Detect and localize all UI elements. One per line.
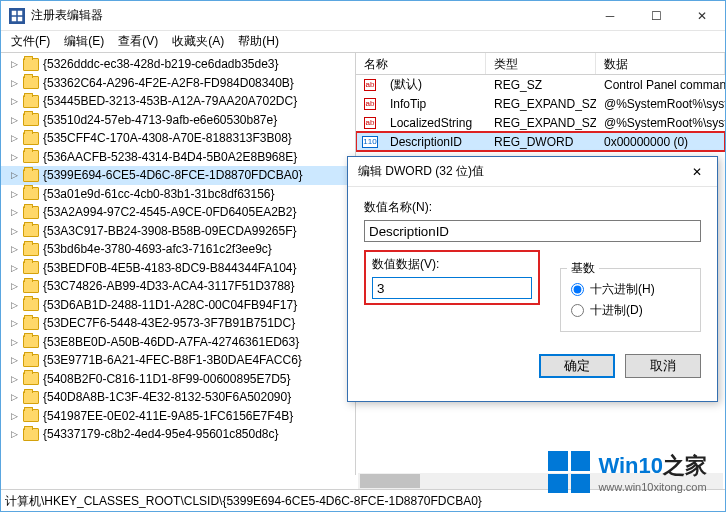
col-data[interactable]: 数据 bbox=[596, 53, 725, 74]
ok-button[interactable]: 确定 bbox=[539, 354, 615, 378]
expander-icon[interactable]: ▷ bbox=[11, 170, 21, 180]
tree-item[interactable]: ▷{53362C64-A296-4F2E-A2F8-FD984D08340B} bbox=[1, 74, 355, 93]
dialog-title: 编辑 DWORD (32 位)值 bbox=[358, 163, 677, 180]
tree-item[interactable]: ▷{53445BED-3213-453B-A12A-79AA20A702DC} bbox=[1, 92, 355, 111]
tree-item[interactable]: ▷{53a01e9d-61cc-4cb0-83b1-31bc8df63156} bbox=[1, 185, 355, 204]
watermark: Win10之家 www.win10xitong.com bbox=[548, 451, 707, 493]
tree-item-label: {53BEDF0B-4E5B-4183-8DC9-B844344FA104} bbox=[43, 261, 297, 275]
menu-favorites[interactable]: 收藏夹(A) bbox=[166, 31, 230, 52]
expander-icon[interactable]: ▷ bbox=[11, 78, 21, 88]
list-header: 名称 类型 数据 bbox=[356, 53, 725, 75]
folder-icon bbox=[23, 169, 39, 182]
list-row[interactable]: abLocalizedStringREG_EXPAND_SZ@%SystemRo… bbox=[356, 113, 725, 132]
menu-edit[interactable]: 编辑(E) bbox=[58, 31, 110, 52]
expander-icon[interactable]: ▷ bbox=[11, 429, 21, 439]
window-title: 注册表编辑器 bbox=[31, 7, 587, 24]
expander-icon[interactable]: ▷ bbox=[11, 133, 21, 143]
tree-item[interactable]: ▷{536AACFB-5238-4314-B4D4-5B0A2E8B968E} bbox=[1, 148, 355, 167]
radio-hex[interactable]: 十六进制(H) bbox=[571, 281, 690, 298]
tree-item[interactable]: ▷{541987EE-0E02-411E-9A85-1FC6156E7F4B} bbox=[1, 407, 355, 426]
tree-item[interactable]: ▷{53C74826-AB99-4D33-ACA4-3117F51D3788} bbox=[1, 277, 355, 296]
folder-icon bbox=[23, 261, 39, 274]
watermark-url: www.win10xitong.com bbox=[598, 481, 707, 493]
tree-item-label: {5408B2F0-C816-11D1-8F99-00600895E7D5} bbox=[43, 372, 291, 386]
expander-icon[interactable]: ▷ bbox=[11, 59, 21, 69]
tree-item[interactable]: ▷{53D6AB1D-2488-11D1-A28C-00C04FB94F17} bbox=[1, 296, 355, 315]
tree-item[interactable]: ▷{5408B2F0-C816-11D1-8F99-00600895E7D5} bbox=[1, 370, 355, 389]
value-data: @%SystemRoot%\syster bbox=[596, 97, 725, 111]
tree-item-label: {53C74826-AB99-4D33-ACA4-3117F51D3788} bbox=[43, 279, 295, 293]
expander-icon[interactable]: ▷ bbox=[11, 281, 21, 291]
expander-icon[interactable]: ▷ bbox=[11, 96, 21, 106]
list-row[interactable]: ab(默认)REG_SZControl Panel command bbox=[356, 75, 725, 94]
value-type-icon: ab bbox=[362, 115, 378, 131]
radio-hex-input[interactable] bbox=[571, 283, 584, 296]
expander-icon[interactable]: ▷ bbox=[11, 392, 21, 402]
tree-item[interactable]: ▷{54337179-c8b2-4ed4-95e4-95601c850d8c} bbox=[1, 425, 355, 444]
tree-item-label: {53E9771B-6A21-4FEC-B8F1-3B0DAE4FACC6} bbox=[43, 353, 302, 367]
tree-item-label: {53D6AB1D-2488-11D1-A28C-00C04FB94F17} bbox=[43, 298, 297, 312]
tree-item[interactable]: ▷{53E9771B-6A21-4FEC-B8F1-3B0DAE4FACC6} bbox=[1, 351, 355, 370]
expander-icon[interactable]: ▷ bbox=[11, 207, 21, 217]
tree-item[interactable]: ▷{5399E694-6CE5-4D6C-8FCE-1D8870FDCBA0} bbox=[1, 166, 355, 185]
list-row[interactable]: abInfoTipREG_EXPAND_SZ@%SystemRoot%\syst… bbox=[356, 94, 725, 113]
expander-icon[interactable]: ▷ bbox=[11, 226, 21, 236]
folder-icon bbox=[23, 113, 39, 126]
expander-icon[interactable]: ▷ bbox=[11, 337, 21, 347]
folder-icon bbox=[23, 187, 39, 200]
expander-icon[interactable]: ▷ bbox=[11, 189, 21, 199]
expander-icon[interactable]: ▷ bbox=[11, 300, 21, 310]
folder-icon bbox=[23, 132, 39, 145]
minimize-button[interactable]: ─ bbox=[587, 1, 633, 31]
tree-item[interactable]: ▷{53BEDF0B-4E5B-4183-8DC9-B844344FA104} bbox=[1, 259, 355, 278]
folder-icon bbox=[23, 58, 39, 71]
tree-item-label: {540D8A8B-1C3F-4E32-8132-530F6A502090} bbox=[43, 390, 291, 404]
tree-item[interactable]: ▷{540D8A8B-1C3F-4E32-8132-530F6A502090} bbox=[1, 388, 355, 407]
tree-item[interactable]: ▷{53A2A994-97C2-4545-A9CE-0FD6405EA2B2} bbox=[1, 203, 355, 222]
menu-view[interactable]: 查看(V) bbox=[112, 31, 164, 52]
value-name: (默认) bbox=[382, 76, 486, 93]
name-field[interactable] bbox=[364, 220, 701, 242]
expander-icon[interactable]: ▷ bbox=[11, 355, 21, 365]
list-row[interactable]: 110DescriptionIDREG_DWORD0x00000000 (0) bbox=[356, 132, 725, 151]
expander-icon[interactable]: ▷ bbox=[11, 374, 21, 384]
radio-dec[interactable]: 十进制(D) bbox=[571, 302, 690, 319]
expander-icon[interactable]: ▷ bbox=[11, 263, 21, 273]
folder-icon bbox=[23, 150, 39, 163]
menu-file[interactable]: 文件(F) bbox=[5, 31, 56, 52]
value-data: @%SystemRoot%\syster bbox=[596, 116, 725, 130]
value-name: InfoTip bbox=[382, 97, 486, 111]
dialog-close-button[interactable]: ✕ bbox=[677, 157, 717, 187]
folder-icon bbox=[23, 280, 39, 293]
col-type[interactable]: 类型 bbox=[486, 53, 596, 74]
tree-item[interactable]: ▷{5326dddc-ec38-428d-b219-ce6dadb35de3} bbox=[1, 55, 355, 74]
col-name[interactable]: 名称 bbox=[356, 53, 486, 74]
expander-icon[interactable]: ▷ bbox=[11, 115, 21, 125]
tree-item[interactable]: ▷{53bd6b4e-3780-4693-afc3-7161c2f3ee9c} bbox=[1, 240, 355, 259]
expander-icon[interactable]: ▷ bbox=[11, 152, 21, 162]
registry-tree[interactable]: ▷{5326dddc-ec38-428d-b219-ce6dadb35de3}▷… bbox=[1, 53, 356, 475]
expander-icon[interactable]: ▷ bbox=[11, 244, 21, 254]
dialog-titlebar[interactable]: 编辑 DWORD (32 位)值 ✕ bbox=[348, 157, 717, 187]
expander-icon[interactable]: ▷ bbox=[11, 318, 21, 328]
tree-item[interactable]: ▷{53E8BE0D-A50B-46DD-A7FA-42746361ED63} bbox=[1, 333, 355, 352]
tree-item[interactable]: ▷{535CFF4C-170A-4308-A70E-8188313F3B08} bbox=[1, 129, 355, 148]
scrollbar-thumb[interactable] bbox=[360, 474, 420, 488]
cancel-button[interactable]: 取消 bbox=[625, 354, 701, 378]
value-name: DescriptionID bbox=[382, 135, 486, 149]
tree-item-label: {53E8BE0D-A50B-46DD-A7FA-42746361ED63} bbox=[43, 335, 299, 349]
value-type: REG_EXPAND_SZ bbox=[486, 97, 596, 111]
expander-icon[interactable]: ▷ bbox=[11, 411, 21, 421]
radio-dec-input[interactable] bbox=[571, 304, 584, 317]
tree-item[interactable]: ▷{53A3C917-BB24-3908-B58B-09ECDA99265F} bbox=[1, 222, 355, 241]
maximize-button[interactable]: ☐ bbox=[633, 1, 679, 31]
value-type: REG_SZ bbox=[486, 78, 596, 92]
menu-help[interactable]: 帮助(H) bbox=[232, 31, 285, 52]
titlebar: 注册表编辑器 ─ ☐ ✕ bbox=[1, 1, 725, 31]
value-data: Control Panel command bbox=[596, 78, 725, 92]
folder-icon bbox=[23, 224, 39, 237]
tree-item[interactable]: ▷{53510d24-57eb-4713-9afb-e6e60530b87e} bbox=[1, 111, 355, 130]
data-field[interactable] bbox=[372, 277, 532, 299]
close-button[interactable]: ✕ bbox=[679, 1, 725, 31]
tree-item[interactable]: ▷{53DEC7F6-5448-43E2-9573-3F7B91B751DC} bbox=[1, 314, 355, 333]
